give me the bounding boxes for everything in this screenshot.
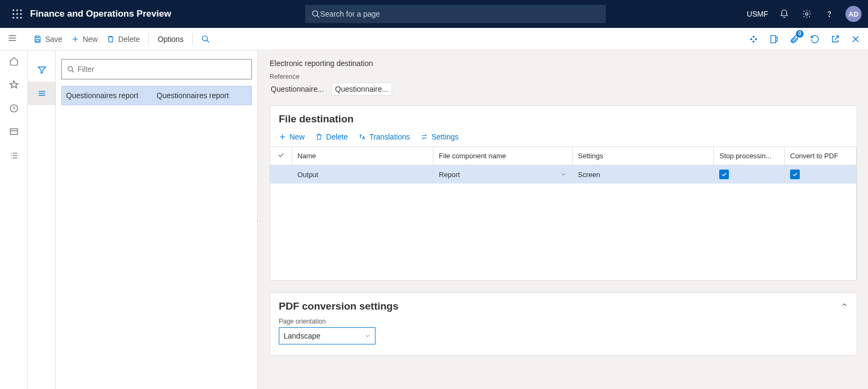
- svg-point-8: [20, 17, 21, 18]
- home-icon[interactable]: [8, 55, 20, 68]
- cell-convert-pdf[interactable]: [785, 165, 857, 184]
- file-destination-grid: Name File component name Settings Stop p…: [270, 146, 857, 280]
- global-search-input[interactable]: [320, 10, 599, 18]
- col-convert-pdf[interactable]: Convert to PDF: [785, 147, 857, 165]
- col-stop-processing[interactable]: Stop processin...: [714, 147, 785, 165]
- cell-settings[interactable]: Screen: [573, 165, 714, 184]
- fd-translations-button[interactable]: Translations: [358, 133, 410, 141]
- chevron-down-icon: [364, 333, 371, 339]
- row-select[interactable]: [270, 165, 292, 184]
- gear-icon[interactable]: [800, 8, 813, 20]
- svg-rect-21: [771, 35, 776, 43]
- svg-rect-25: [10, 129, 18, 135]
- reference-value-1[interactable]: Questionnaire...: [270, 83, 325, 96]
- save-label: Save: [45, 35, 62, 43]
- separator: [148, 33, 149, 45]
- swap-icon: [421, 133, 428, 141]
- list-pane: Questionnaires report Questionnaires rep…: [56, 50, 258, 389]
- modules-icon[interactable]: [8, 149, 20, 162]
- cell-stop-processing[interactable]: [714, 165, 785, 184]
- chevron-down-icon[interactable]: [560, 171, 567, 178]
- grid-empty-space: [270, 184, 857, 280]
- svg-line-10: [317, 16, 320, 18]
- detail-pane: Electronic reporting destination Referen…: [261, 50, 868, 389]
- col-settings[interactable]: Settings: [573, 147, 714, 165]
- refresh-icon[interactable]: [809, 33, 821, 45]
- col-name[interactable]: Name: [292, 147, 433, 165]
- list-view-icon[interactable]: [28, 82, 55, 105]
- list-item[interactable]: Questionnaires report Questionnaires rep…: [61, 86, 252, 105]
- nav-rail: [0, 50, 28, 389]
- svg-point-5: [20, 13, 21, 14]
- help-icon[interactable]: [823, 8, 836, 20]
- fd-translations-label: Translations: [369, 133, 410, 141]
- cell-file-component[interactable]: Report: [433, 165, 573, 184]
- plus-icon: [71, 35, 79, 43]
- popout-icon[interactable]: [829, 33, 841, 45]
- list-item-col1: Questionnaires report: [66, 91, 157, 100]
- hamburger-icon[interactable]: [8, 33, 17, 45]
- recent-icon[interactable]: [8, 102, 20, 115]
- attachments-badge: 0: [796, 30, 804, 38]
- fd-delete-label: Delete: [326, 133, 348, 141]
- app-title: Finance and Operations Preview: [30, 9, 171, 19]
- svg-point-7: [16, 17, 18, 18]
- svg-point-6: [12, 17, 14, 18]
- fd-settings-button[interactable]: Settings: [421, 133, 459, 141]
- col-select[interactable]: [270, 147, 292, 165]
- svg-point-11: [806, 13, 808, 16]
- svg-point-3: [12, 13, 14, 14]
- app-launcher-icon[interactable]: [6, 9, 28, 19]
- collapse-button[interactable]: [841, 301, 857, 310]
- list-filter-input[interactable]: [77, 65, 246, 74]
- fd-new-button[interactable]: New: [279, 133, 305, 141]
- filter-pane-icon[interactable]: [28, 58, 55, 82]
- save-button[interactable]: Save: [29, 32, 67, 47]
- delete-label: Delete: [118, 35, 140, 43]
- list-item-col2: Questionnaires report: [157, 91, 248, 100]
- company-picker[interactable]: USMF: [747, 8, 768, 20]
- trash-icon: [315, 133, 323, 141]
- separator: [192, 33, 193, 45]
- svg-rect-16: [36, 39, 39, 41]
- delete-button[interactable]: Delete: [102, 32, 144, 47]
- page-orientation-value: Landscape: [284, 332, 321, 340]
- svg-point-0: [12, 9, 14, 11]
- notification-icon[interactable]: [778, 8, 791, 20]
- checkbox-checked-icon[interactable]: [790, 170, 800, 179]
- close-icon[interactable]: [850, 33, 862, 45]
- related-info-icon[interactable]: [748, 33, 760, 45]
- new-button[interactable]: New: [67, 32, 102, 47]
- pdf-settings-title: PDF conversion settings: [270, 293, 407, 318]
- plus-icon: [279, 133, 286, 141]
- fd-new-label: New: [290, 133, 305, 141]
- chevron-up-icon: [841, 301, 848, 309]
- svg-point-9: [313, 11, 318, 16]
- options-button[interactable]: Options: [153, 32, 187, 47]
- page-orientation-label: Page orientation: [279, 318, 848, 325]
- global-search[interactable]: [305, 5, 606, 23]
- svg-line-37: [72, 70, 74, 72]
- checkbox-checked-icon[interactable]: [719, 170, 729, 179]
- page-title: Electronic reporting destination: [270, 59, 857, 68]
- reference-value-2[interactable]: Questionnaire...: [331, 83, 392, 96]
- pdf-settings-card: PDF conversion settings Page orientation…: [270, 292, 857, 356]
- svg-point-12: [829, 16, 829, 17]
- fd-delete-button[interactable]: Delete: [315, 133, 348, 141]
- cell-name[interactable]: Output: [292, 165, 433, 184]
- favorites-icon[interactable]: [8, 78, 20, 91]
- col-file-component[interactable]: File component name: [433, 147, 573, 165]
- table-row[interactable]: Output Report Screen: [270, 165, 857, 184]
- attachments-icon[interactable]: 0: [789, 33, 800, 45]
- check-icon: [277, 151, 285, 159]
- workspaces-icon[interactable]: [8, 126, 20, 138]
- find-button[interactable]: [197, 32, 214, 46]
- file-destination-card: File destination New Delete Translations…: [270, 105, 857, 281]
- page-orientation-select[interactable]: Landscape: [279, 327, 375, 344]
- action-bar: Save New Delete Options: [0, 28, 868, 50]
- list-filter[interactable]: [61, 59, 252, 79]
- open-in-office-icon[interactable]: [768, 33, 780, 45]
- new-label: New: [83, 35, 98, 43]
- search-icon: [67, 65, 74, 73]
- avatar[interactable]: AD: [845, 6, 862, 22]
